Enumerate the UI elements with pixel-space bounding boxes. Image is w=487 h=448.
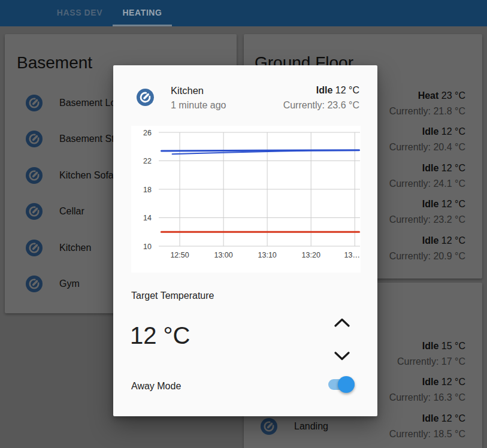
away-mode-label: Away Mode <box>131 381 181 392</box>
svg-text:14: 14 <box>143 214 152 222</box>
dialog-title: Kitchen <box>171 85 204 96</box>
dialog-state-mode: Idle <box>316 85 333 95</box>
app-header: HASS DEV HEATING <box>0 0 487 26</box>
temperature-decrease-button[interactable] <box>332 349 352 363</box>
tab-hass-dev-label: HASS DEV <box>57 8 102 17</box>
chevron-up-icon <box>334 318 350 327</box>
svg-text:10: 10 <box>143 243 152 251</box>
dialog-last-changed: 1 minute ago <box>171 100 226 111</box>
dialog-state: Idle 12 °C <box>316 85 359 96</box>
svg-text:13:20: 13:20 <box>302 251 320 259</box>
temperature-increase-button[interactable] <box>332 315 352 329</box>
chart-canvas: 101418222612:5013:0013:1013:2013… <box>131 126 361 273</box>
svg-text:26: 26 <box>143 129 152 137</box>
tab-heating[interactable]: HEATING <box>113 0 172 25</box>
svg-text:22: 22 <box>143 157 152 165</box>
tab-heating-label: HEATING <box>122 8 162 17</box>
toggle-thumb <box>338 376 355 393</box>
target-temperature-value: 12 °C <box>130 323 190 348</box>
svg-text:13:00: 13:00 <box>214 251 232 259</box>
thermostat-dialog: Kitchen 1 minute ago Idle 12 °C Currentl… <box>113 65 377 416</box>
svg-text:13:10: 13:10 <box>258 251 277 259</box>
temperature-history-chart: 101418222612:5013:0013:1013:2013… <box>131 126 361 273</box>
chevron-down-icon <box>334 352 350 361</box>
svg-text:13…: 13… <box>344 251 360 259</box>
thermostat-icon <box>137 89 154 106</box>
target-temperature-label: Target Temperature <box>131 290 214 301</box>
svg-text:12:50: 12:50 <box>170 251 189 259</box>
dialog-state-temp: 12 °C <box>335 85 359 95</box>
svg-text:18: 18 <box>143 186 152 194</box>
away-mode-toggle[interactable] <box>328 379 355 390</box>
tab-hass-dev[interactable]: HASS DEV <box>51 0 108 25</box>
dialog-currently: Currently: 23.6 °C <box>283 100 359 111</box>
